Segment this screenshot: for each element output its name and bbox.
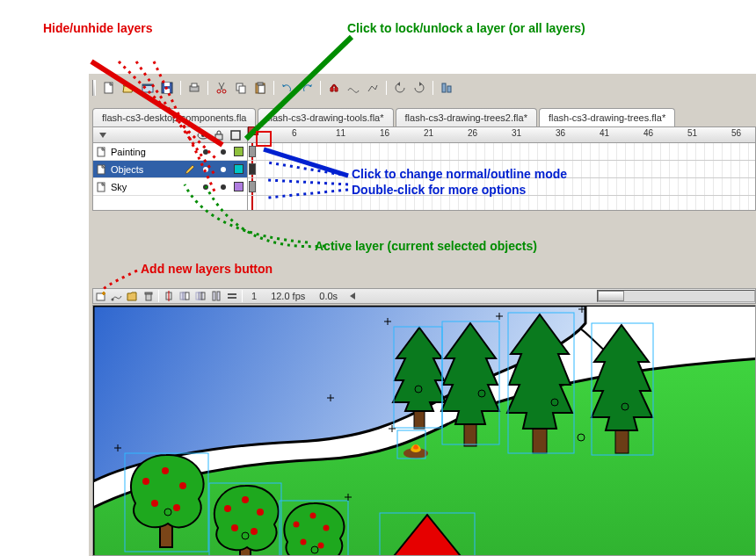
svg-point-56: [162, 467, 169, 474]
annotation-lock: Click to lock/unlock a layer (or all lay…: [347, 21, 585, 35]
stage-artwork: [93, 306, 756, 556]
svg-line-3: [154, 61, 215, 193]
svg-point-62: [242, 496, 249, 503]
svg-rect-53: [615, 430, 629, 453]
svg-point-70: [301, 539, 307, 545]
svg-rect-52: [533, 429, 547, 453]
stage-canvas[interactable]: [92, 305, 756, 556]
svg-line-4: [246, 37, 352, 139]
svg-point-69: [323, 525, 330, 531]
svg-point-65: [251, 528, 258, 535]
svg-point-68: [310, 513, 316, 519]
svg-point-63: [257, 509, 264, 516]
svg-point-64: [231, 524, 238, 531]
svg-point-57: [179, 482, 186, 489]
annotation-add: Add new layers button: [141, 262, 273, 276]
svg-point-55: [142, 478, 149, 485]
svg-point-71: [318, 543, 324, 549]
svg-line-8: [268, 190, 348, 198]
annotation-connectors: [0, 0, 756, 307]
svg-rect-50: [414, 411, 425, 429]
annotation-hide: Hide/unhide layers: [43, 21, 152, 35]
svg-point-58: [151, 500, 158, 507]
svg-line-5: [264, 149, 348, 176]
svg-point-59: [173, 504, 180, 511]
svg-line-0: [91, 61, 222, 145]
annotation-active: Active layer (current selected objects): [315, 239, 537, 253]
svg-line-2: [136, 61, 215, 176]
annotation-outline-1: Click to change normal/outline mode: [352, 167, 567, 181]
svg-line-7: [268, 180, 348, 184]
svg-rect-51: [464, 424, 476, 446]
svg-point-67: [294, 522, 300, 528]
svg-rect-9: [257, 132, 271, 146]
annotation-outline-2: Double-click for more options: [352, 183, 526, 197]
svg-point-61: [224, 505, 231, 512]
